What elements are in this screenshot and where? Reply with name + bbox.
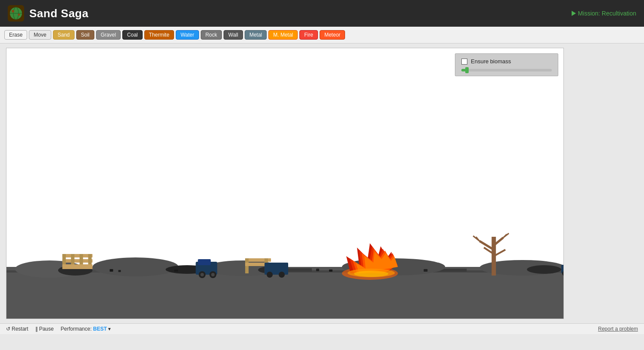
header: Sand Saga Mission: Recultivation	[0, 0, 644, 27]
game-canvas[interactable]: Ensure biomass	[6, 48, 564, 319]
svg-point-38	[200, 273, 204, 276]
tool-btn-move[interactable]: Move	[29, 30, 51, 40]
toolbar: EraseMoveSandSoilGravelCoalThermiteWater…	[0, 27, 644, 43]
svg-point-53	[354, 271, 389, 277]
svg-rect-35	[198, 259, 211, 265]
svg-point-5	[18, 14, 20, 16]
svg-rect-64	[118, 270, 121, 272]
biomass-checkbox[interactable]	[461, 59, 467, 65]
svg-point-46	[279, 272, 285, 278]
tool-btn-soil[interactable]: Soil	[76, 30, 94, 40]
biomass-slider-thumb	[465, 67, 469, 73]
svg-rect-28	[62, 259, 93, 263]
app-title: Sand Saga	[29, 7, 88, 20]
svg-rect-13	[286, 268, 312, 272]
report-problem-link[interactable]: Report a problem	[598, 326, 638, 332]
performance-display: Performance: BEST ▾	[61, 326, 111, 332]
tool-btn-meteor[interactable]: Meteor	[320, 30, 345, 40]
tool-btn-water[interactable]: Water	[176, 30, 199, 40]
performance-value[interactable]: BEST	[93, 326, 107, 332]
restart-button[interactable]: ↺ Restart	[6, 326, 28, 332]
restart-label: Restart	[12, 326, 28, 332]
pause-icon: ‖	[35, 326, 38, 332]
svg-point-4	[12, 10, 14, 12]
tool-btn-coal[interactable]: Coal	[122, 30, 143, 40]
svg-point-45	[267, 272, 273, 278]
svg-rect-67	[329, 269, 333, 272]
tool-btn-sand[interactable]: Sand	[53, 30, 75, 40]
svg-rect-68	[424, 269, 428, 272]
tool-btn-wall[interactable]: Wall	[224, 30, 243, 40]
svg-rect-63	[110, 269, 113, 272]
performance-label: Performance:	[61, 326, 92, 332]
header-left: Sand Saga	[8, 5, 88, 22]
tool-btn-metal[interactable]: Metal	[245, 30, 267, 40]
biomass-row: Ensure biomass	[461, 58, 552, 65]
tool-btn-rock[interactable]: Rock	[201, 30, 222, 40]
main-area: Ensure biomass	[0, 43, 644, 323]
tool-btn-fire[interactable]: Fire	[299, 30, 318, 40]
tool-btn-thermite[interactable]: Thermite	[144, 30, 174, 40]
svg-rect-65	[174, 269, 178, 272]
svg-rect-27	[62, 254, 93, 257]
biomass-label: Ensure biomass	[471, 58, 511, 65]
svg-rect-66	[316, 269, 319, 271]
biomass-slider[interactable]	[461, 69, 552, 71]
footer: ↺ Restart ‖ Pause Performance: BEST ▾ Re…	[0, 323, 644, 334]
mission-text: Mission: Recultivation	[578, 10, 636, 17]
svg-point-18	[93, 257, 179, 276]
svg-point-26	[527, 265, 561, 274]
play-icon	[572, 11, 576, 16]
pause-label: Pause	[39, 326, 54, 332]
restart-icon: ↺	[6, 326, 10, 332]
tool-btn-mmetal[interactable]: M. Metal	[268, 30, 298, 40]
performance-dropdown-arrow[interactable]: ▾	[108, 326, 111, 332]
biomass-panel: Ensure biomass	[455, 53, 558, 76]
app-logo-icon	[8, 5, 24, 22]
tool-btn-erase[interactable]: Erase	[4, 30, 27, 40]
tool-btn-gravel[interactable]: Gravel	[96, 30, 121, 40]
mission-label: Mission: Recultivation	[572, 10, 636, 17]
pause-button[interactable]: ‖ Pause	[35, 326, 54, 332]
svg-rect-33	[62, 264, 93, 269]
svg-point-39	[211, 273, 215, 276]
game-scene	[6, 224, 563, 319]
